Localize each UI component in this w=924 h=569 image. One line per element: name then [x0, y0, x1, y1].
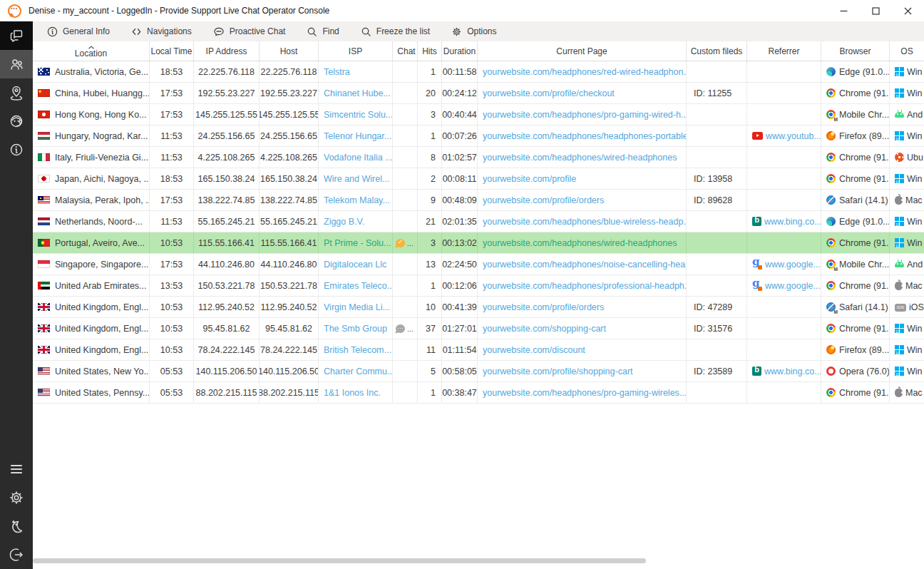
visitor-row[interactable]: Netherlands, Noord-... 11:53 55.165.245.… [33, 211, 924, 232]
column-header-os[interactable]: OS [890, 41, 924, 61]
column-header-location[interactable]: Location [33, 41, 150, 61]
referrer-link[interactable]: www.google... [765, 260, 821, 270]
column-header-ip-address[interactable]: IP Address [194, 41, 260, 61]
current-page-link[interactable]: yourwebsite.com/profile/checkout [483, 88, 615, 98]
visitor-row[interactable]: United Kingdom, Engl... 10:53 112.95.240… [33, 297, 924, 318]
visitor-row[interactable]: United Arab Emirates... 13:53 150.53.221… [33, 275, 924, 297]
sidebar-item-menu[interactable] [0, 455, 33, 483]
isp-link[interactable]: Charter Commu... [324, 366, 393, 376]
visitors-table: Location Local Time IP Address Host ISP … [33, 41, 924, 404]
isp-link[interactable]: Pt Prime - Solu... [324, 238, 391, 248]
visitor-row[interactable]: Japan, Aichi, Nagoya, ... 18:53 165.150.… [33, 168, 924, 190]
column-header-custom-fields[interactable]: Custom fileds [687, 41, 747, 61]
isp-link[interactable]: The Smb Group [324, 324, 387, 334]
isp-link[interactable]: Wire and Wirel... [324, 174, 389, 184]
country-flag-icon [38, 217, 50, 225]
isp-link[interactable]: Telenor Hungar... [324, 131, 391, 141]
current-page-link[interactable]: yourwebsite.com/headphones/wired-headpho… [483, 153, 677, 163]
sidebar-item-night-mode[interactable] [0, 512, 33, 540]
visitor-row[interactable]: Portugal, Aveiro, Ave... 10:53 115.55.16… [33, 232, 924, 254]
current-page-link[interactable]: yourwebsite.com/profile/orders [483, 302, 604, 312]
referrer-link[interactable]: www.bing.co... [764, 217, 821, 227]
visitor-row[interactable]: Malaysia, Perak, Ipoh, ... 17:53 138.222… [33, 190, 924, 211]
current-page-link[interactable]: yourwebsite.com/profile/shopping-cart [483, 366, 633, 376]
isp-link[interactable]: British Telecom... [324, 345, 391, 355]
proactive-chat-button[interactable]: Proactive Chat [213, 26, 286, 37]
visitor-row[interactable]: Australia, Victoria, Ge... 18:53 22.225.… [33, 61, 924, 83]
sidebar-item-visitors[interactable] [0, 50, 33, 78]
custom-fields [687, 61, 747, 82]
column-header-chat[interactable]: Chat [393, 41, 418, 61]
visitor-row[interactable]: United States, Pennsy... 05:53 88.202.21… [33, 382, 924, 404]
column-header-isp[interactable]: ISP [319, 41, 393, 61]
column-header-hits[interactable]: Hits [418, 41, 442, 61]
column-header-referrer[interactable]: Referrer [747, 41, 821, 61]
current-page-link[interactable]: yourwebsite.com/shopping-cart [483, 324, 606, 334]
toolbar-button-label: Options [467, 26, 496, 36]
column-header-browser[interactable]: Browser [821, 41, 890, 61]
isp-link[interactable]: 1&1 Ionos Inc. [324, 388, 381, 398]
referrer-link[interactable]: www.youtub... [766, 131, 821, 141]
current-page-link[interactable]: yourwebsite.com/headphones/headphones-po… [483, 131, 687, 141]
navigations-button[interactable]: Navigations [131, 26, 192, 37]
freeze-the-list-button[interactable]: Freeze the list [361, 26, 430, 37]
column-header-current-page[interactable]: Current Page [478, 41, 687, 61]
duration: 02:24:50 [442, 254, 478, 275]
visitor-row[interactable]: United Kingdom, Engl... 10:53 95.45.81.6… [33, 318, 924, 339]
sidebar-item-info[interactable] [0, 135, 33, 164]
isp-link[interactable]: Telstra [324, 67, 350, 77]
current-page-link[interactable]: yourwebsite.com/headphones/red-wired-hea… [483, 67, 687, 77]
options-button[interactable]: Options [451, 26, 496, 37]
browser-text: Edge (91.0... [839, 67, 890, 77]
custom-fields [687, 125, 747, 146]
duration: 00:58:05 [442, 361, 478, 381]
host: 95.45.81.62 [260, 318, 319, 339]
isp-link[interactable]: Vodafone Italia ... [324, 153, 393, 163]
sidebar-item-operators[interactable] [0, 107, 33, 135]
referrer-link[interactable]: www.bing.co... [764, 366, 821, 376]
isp-link[interactable]: Ziggo B.V. [324, 217, 364, 227]
current-page-link[interactable]: yourwebsite.com/headphones/blue-wireless… [483, 217, 687, 227]
isp-link[interactable]: Chinanet Hube... [324, 88, 391, 98]
current-page-link[interactable]: yourwebsite.com/headphones/wired-headpho… [483, 238, 677, 248]
isp-link[interactable]: Telekom Malay... [324, 195, 390, 205]
host: 150.53.221.78 [260, 275, 319, 296]
column-header-host[interactable]: Host [260, 41, 319, 61]
scrollbar-thumb[interactable] [33, 558, 646, 563]
visitor-row[interactable]: United Kingdom, Engl... 10:53 78.24.222.… [33, 339, 924, 361]
sidebar-item-geo-location[interactable] [0, 78, 33, 107]
visitor-row[interactable]: Italy, Friuli-Venezia Gi... 11:53 4.225.… [33, 147, 924, 168]
sidebar-item-logout[interactable] [0, 540, 33, 569]
referrer-link[interactable]: www.google... [765, 281, 821, 291]
sidebar-item-settings[interactable] [0, 483, 33, 512]
sidebar-item-chats[interactable] [0, 21, 33, 50]
country-flag-icon [38, 303, 50, 311]
current-page-link[interactable]: yourwebsite.com/headphones/professional-… [483, 281, 687, 291]
general-info-button[interactable]: General Info [47, 26, 110, 37]
visitor-row[interactable]: Hungary, Nograd, Kar... 11:53 24.255.156… [33, 125, 924, 147]
current-page-link[interactable]: yourwebsite.com/headphones/pro-gaming-wi… [483, 388, 687, 398]
maximize-button[interactable] [860, 0, 892, 21]
visitor-row[interactable]: Singapore, Singapore... 17:53 44.110.246… [33, 254, 924, 275]
minimize-button[interactable] [828, 0, 860, 21]
visitor-row[interactable]: United States, New Yo... 05:53 140.115.2… [33, 361, 924, 382]
isp-link[interactable]: Virgin Media Li... [324, 302, 390, 312]
horizontal-scrollbar[interactable] [33, 556, 924, 565]
isp-link[interactable]: Digitalocean Llc [324, 260, 386, 270]
current-page-link[interactable]: yourwebsite.com/headphones/noise-cancell… [483, 260, 687, 270]
find-button[interactable]: Find [307, 26, 339, 37]
current-page-link[interactable]: yourwebsite.com/headphones/pro-gaming-wi… [483, 110, 687, 120]
local-time: 13:53 [150, 275, 194, 296]
close-button[interactable] [892, 0, 924, 21]
current-page-link[interactable]: yourwebsite.com/profile/orders [483, 195, 604, 205]
visitor-row[interactable]: China, Hubei, Huangg... 17:53 192.55.23.… [33, 83, 924, 104]
visitor-row[interactable]: Hong Kong, Hong Ko... 17:53 145.255.125.… [33, 104, 924, 125]
current-page-link[interactable]: yourwebsite.com/profile [483, 174, 576, 184]
current-page-link[interactable]: yourwebsite.com/discount [483, 345, 585, 355]
custom-fields [687, 232, 747, 253]
column-header-local-time[interactable]: Local Time [150, 41, 194, 61]
column-header-duration[interactable]: Duration [442, 41, 478, 61]
isp-link[interactable]: Simcentric Solu... [324, 110, 393, 120]
duration: 01:11:54 [442, 339, 478, 360]
isp-link[interactable]: Emirates Teleco... [324, 281, 393, 291]
